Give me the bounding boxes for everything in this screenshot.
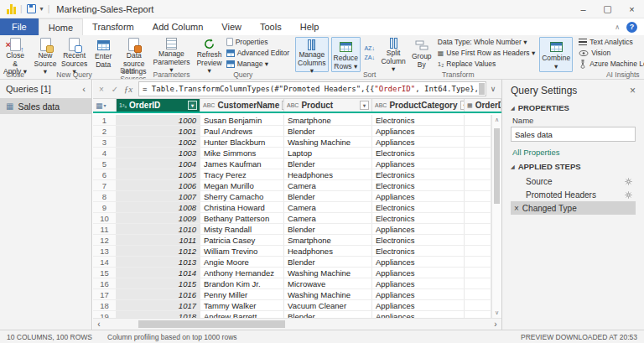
table-row[interactable]: 181017Tammy WalkerVacuum CleanerApplianc… (93, 300, 491, 311)
table-row[interactable]: 51004James KaufmanBlenderAppliances (93, 159, 491, 169)
cell-product[interactable]: Smartphone (284, 235, 372, 245)
table-row[interactable]: 121011Patricia CaseySmartphoneElectronic… (93, 235, 491, 246)
cell-orderid[interactable]: 1007 (117, 191, 200, 201)
new-source-button[interactable]: New Source ▾ (32, 36, 59, 70)
row-number[interactable]: 18 (93, 300, 117, 310)
cell-orderid[interactable]: 1014 (117, 268, 200, 278)
cell-customername[interactable]: Megan Murillo (200, 180, 284, 190)
table-row[interactable]: 131012William TrevinoHeadphonesElectroni… (93, 246, 491, 257)
cell-productcategory[interactable]: Appliances (372, 224, 465, 234)
cell-orderid[interactable]: 1015 (117, 278, 200, 288)
cancel-formula-icon[interactable]: × (95, 85, 108, 94)
enter-data-button[interactable]: Enter Data (90, 36, 117, 70)
cell-product[interactable]: Headphones (284, 246, 372, 256)
cell-orderid[interactable]: 1011 (117, 235, 200, 245)
group-by-button[interactable]: Group By (408, 36, 435, 70)
cell-customername[interactable]: Susan Benjamin (200, 115, 284, 125)
cell-product[interactable]: Blender (284, 126, 372, 136)
sort-descending-button[interactable]: ZA↓ (364, 54, 374, 62)
text-analytics-button[interactable]: Text Analytics (577, 37, 644, 47)
cell-customername[interactable]: William Trevino (200, 246, 284, 256)
cell-orderdate[interactable] (465, 246, 491, 256)
row-number[interactable]: 1 (93, 115, 117, 125)
cell-orderdate[interactable] (465, 126, 491, 136)
cell-orderdate[interactable] (465, 159, 491, 169)
filter-dropdown-icon[interactable]: ▾ (360, 101, 369, 110)
cell-orderid[interactable]: 1006 (117, 180, 200, 190)
cell-orderid[interactable]: 1000 (117, 115, 200, 125)
table-row[interactable]: 171016Penny MillerWashing MachineApplian… (93, 289, 491, 300)
table-row[interactable]: 91008Christina HowardCameraElectronics (93, 202, 491, 213)
cell-orderdate[interactable] (465, 191, 491, 201)
row-number[interactable]: 13 (93, 246, 117, 256)
column-header-customername[interactable]: ABC CustomerName ▾ (200, 99, 284, 112)
row-number[interactable]: 2 (93, 126, 117, 136)
cell-productcategory[interactable]: Electronics (372, 148, 465, 158)
cell-customername[interactable]: Tracy Perez (200, 169, 284, 179)
scroll-up-icon[interactable]: ∧ (492, 115, 501, 125)
row-number[interactable]: 16 (93, 278, 117, 288)
manage-columns-button[interactable]: Manage Columns ▾ (296, 38, 328, 71)
table-row[interactable]: 101009Bethany PattersonCameraElectronics (93, 213, 491, 224)
quick-access-chevron-icon[interactable]: ▾ (40, 5, 44, 13)
all-properties-link[interactable]: All Properties (512, 148, 636, 157)
applied-step[interactable]: Promoted Headers (511, 188, 636, 201)
applied-steps-section-header[interactable]: ◢ APPLIED STEPS (511, 162, 636, 171)
tab-help[interactable]: Help (291, 18, 329, 35)
scrollbar-track[interactable] (105, 319, 490, 330)
split-column-button[interactable]: Split Column ▾ (379, 36, 407, 70)
properties-section-header[interactable]: ◢ PROPERTIES (511, 103, 636, 112)
cell-orderid[interactable]: 1008 (117, 202, 200, 212)
cell-customername[interactable]: Penny Miller (200, 289, 284, 299)
scroll-right-icon[interactable]: › (490, 320, 501, 329)
manage-parameters-button[interactable]: Manage Parameters ▾ (151, 36, 191, 70)
tab-tools[interactable]: Tools (251, 18, 291, 35)
cell-orderdate[interactable] (465, 115, 491, 125)
cell-productcategory[interactable]: Appliances (372, 278, 465, 288)
cell-customername[interactable]: Sherry Camacho (200, 191, 284, 201)
cell-orderid[interactable]: 1003 (117, 148, 200, 158)
cell-customername[interactable]: Mike Simmons (200, 148, 284, 158)
cell-customername[interactable]: Angie Moore (200, 257, 284, 267)
data-source-settings-button[interactable]: Data source settings (120, 36, 148, 70)
row-number[interactable]: 12 (93, 235, 117, 245)
properties-button[interactable]: Properties (225, 37, 291, 47)
column-header-product[interactable]: ABC Product ▾ (284, 99, 372, 112)
gear-icon[interactable] (625, 191, 632, 199)
use-first-row-button[interactable]: ▦ Use First Row as Headers ▾ (436, 48, 537, 58)
close-panel-icon[interactable]: × (630, 85, 636, 96)
cell-orderid[interactable]: 1001 (117, 126, 200, 136)
table-row[interactable]: 41003Mike SimmonsLaptopElectronics (93, 148, 491, 159)
cell-product[interactable]: Blender (284, 159, 372, 169)
cell-productcategory[interactable]: Appliances (372, 159, 465, 169)
cell-product[interactable]: Washing Machine (284, 137, 372, 147)
table-row[interactable]: 71006Megan MurilloCameraElectronics (93, 180, 491, 191)
cell-orderdate[interactable] (465, 300, 491, 310)
minimize-button[interactable]: – (571, 0, 595, 18)
cell-product[interactable]: Camera (284, 213, 372, 223)
cell-orderdate[interactable] (465, 137, 491, 147)
data-type-button[interactable]: Data Type: Whole Number ▾ (436, 37, 537, 47)
cell-productcategory[interactable]: Appliances (372, 257, 465, 267)
cell-orderdate[interactable] (465, 235, 491, 245)
close-button[interactable]: × (620, 0, 644, 18)
cell-productcategory[interactable]: Appliances (372, 191, 465, 201)
row-number[interactable]: 17 (93, 289, 117, 299)
formula-input[interactable]: = Table.TransformColumnTypes(#"Promoted … (138, 81, 486, 96)
column-header-orderid[interactable]: 1²₃ OrderID ▾ (117, 99, 200, 112)
cell-productcategory[interactable]: Electronics (372, 169, 465, 179)
gear-icon[interactable] (625, 178, 632, 185)
cell-orderid[interactable]: 1010 (117, 224, 200, 234)
applied-step[interactable]: ×Changed Type (511, 201, 636, 215)
refresh-preview-button[interactable]: Refresh Preview ▾ (195, 36, 223, 70)
formula-scrollbar[interactable] (479, 83, 485, 95)
sort-ascending-button[interactable]: AZ↓ (364, 44, 374, 53)
row-number[interactable]: 14 (93, 257, 117, 267)
cell-product[interactable]: Camera (284, 202, 372, 212)
scrollbar-thumb[interactable] (494, 128, 500, 204)
combine-button[interactable]: Combine ▾ (540, 38, 572, 71)
scrollbar-thumb[interactable] (138, 320, 285, 328)
collapse-pane-icon[interactable]: ‹ (82, 84, 86, 94)
table-row[interactable]: 31002Hunter BlackburnWashing MachineAppl… (93, 137, 491, 148)
cell-product[interactable]: Blender (284, 191, 372, 201)
